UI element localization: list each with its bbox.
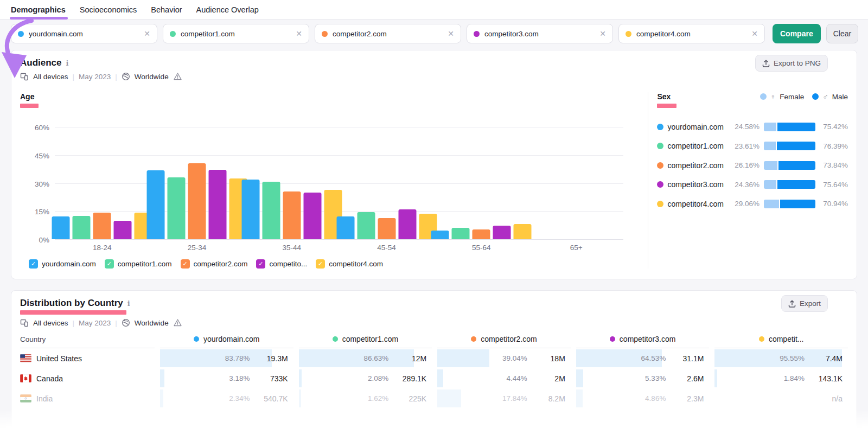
domain-chip[interactable]: competitor2.com✕ xyxy=(315,24,461,43)
bar-competitor1.com[interactable] xyxy=(262,182,280,239)
legend-item[interactable]: ✓yourdomain.com xyxy=(29,259,96,269)
domain-color-dot xyxy=(759,336,764,342)
sex-domain-name: competitor4.com xyxy=(667,200,723,208)
table-row: Canada3.18%733K2.08%289.1K4.44%2M5.33%2.… xyxy=(20,368,848,388)
bar-competitor2.com[interactable] xyxy=(378,218,395,239)
remove-domain-icon[interactable]: ✕ xyxy=(296,30,302,37)
remove-domain-icon[interactable]: ✕ xyxy=(448,30,454,37)
country-cell[interactable]: Canada xyxy=(20,368,155,388)
domain-color-dot xyxy=(194,336,199,342)
bar-competitor3.com[interactable] xyxy=(398,209,416,239)
bar-competitor2.com[interactable] xyxy=(473,229,490,239)
data-cell: 1.84%143.1K xyxy=(714,368,848,388)
legend-checkbox[interactable]: ✓ xyxy=(316,259,325,269)
data-cell: 3.18%733K xyxy=(160,368,293,388)
age-x-axis-labels: 18-2425-3435-4445-5455-6465+ xyxy=(55,240,623,254)
clear-button[interactable]: Clear xyxy=(826,24,858,43)
remove-domain-icon[interactable]: ✕ xyxy=(599,30,606,37)
tab-label: Demographics xyxy=(11,5,66,14)
legend-label: competitor4.com xyxy=(329,260,383,268)
country-name: Canada xyxy=(36,374,63,383)
info-icon[interactable]: i xyxy=(66,59,69,67)
data-cell: 64.53%31.1M xyxy=(576,348,710,368)
upload-icon xyxy=(762,60,770,67)
tab-label: Socioeconomics xyxy=(80,5,137,14)
bar-yourdomain.com[interactable] xyxy=(431,231,449,239)
age-plot-area: 0%15%30%45%60% xyxy=(55,117,623,240)
tab-label: Audience Overlap xyxy=(196,5,259,14)
country-distribution-card: Distribution by Countryi Export All devi… xyxy=(11,290,857,428)
cell-percent: 3.18% xyxy=(229,374,250,382)
cell-percentage-bar xyxy=(160,369,164,387)
cell-percent: 39.04% xyxy=(502,354,527,362)
domain-chip-label: competitor4.com xyxy=(636,30,746,38)
female-percent: 23.61% xyxy=(735,142,760,150)
bar-competitor1.com[interactable] xyxy=(452,228,470,239)
legend-checkbox[interactable]: ✓ xyxy=(181,259,190,269)
bar-competitor2.com[interactable] xyxy=(93,213,111,239)
legend-item[interactable]: ✓competitor2.com xyxy=(181,259,248,269)
filter-region[interactable]: Worldwide xyxy=(135,319,169,327)
country-cell[interactable]: India xyxy=(20,388,155,408)
export-button[interactable]: Export xyxy=(781,295,828,312)
warning-icon[interactable] xyxy=(173,318,182,327)
bar-group-18-24 xyxy=(52,213,152,239)
bar-competitor3.com[interactable] xyxy=(493,226,511,239)
compare-button[interactable]: Compare xyxy=(773,24,821,43)
legend-item[interactable]: ✓competito... xyxy=(256,259,307,269)
cell-percent: 17.84% xyxy=(502,394,527,403)
bar-competitor1.com[interactable] xyxy=(168,177,186,239)
filter-devices[interactable]: All devices xyxy=(33,319,68,327)
devices-icon xyxy=(20,72,29,81)
tab-behavior[interactable]: Behavior xyxy=(151,0,182,20)
bar-competitor1.com[interactable] xyxy=(357,212,375,239)
filter-period[interactable]: May 2023 xyxy=(79,319,111,327)
legend-checkbox[interactable]: ✓ xyxy=(256,259,265,269)
bar-competitor1.com[interactable] xyxy=(73,216,91,239)
filter-period[interactable]: May 2023 xyxy=(79,73,111,81)
bar-competitor4.com[interactable] xyxy=(514,224,532,239)
country-table-header: Countryyourdomain.comcompetitor1.comcomp… xyxy=(20,335,848,348)
domain-chip[interactable]: yourdomain.com✕ xyxy=(11,24,157,43)
data-cell: 17.84%8.2M xyxy=(437,388,571,408)
x-axis-label: 65+ xyxy=(570,244,583,252)
domain-chip[interactable]: competitor4.com✕ xyxy=(618,24,765,43)
country-name: United States xyxy=(36,354,82,363)
remove-domain-icon[interactable]: ✕ xyxy=(751,30,758,37)
legend-checkbox[interactable]: ✓ xyxy=(105,259,114,269)
domain-chip[interactable]: competitor1.com✕ xyxy=(163,24,309,43)
table-row: United States83.78%19.3M86.63%12M39.04%1… xyxy=(20,348,848,368)
female-bar-segment xyxy=(764,180,776,189)
bar-competitor2.com[interactable] xyxy=(188,163,206,239)
tab-socioeconomics[interactable]: Socioeconomics xyxy=(80,0,137,20)
bar-yourdomain.com[interactable] xyxy=(147,170,165,239)
domain-color-dot xyxy=(657,143,663,149)
filter-region[interactable]: Worldwide xyxy=(135,73,169,81)
bar-yourdomain.com[interactable] xyxy=(336,216,354,239)
legend-item[interactable]: ✓competitor1.com xyxy=(105,259,172,269)
sex-title-highlight xyxy=(657,104,676,108)
remove-domain-icon[interactable]: ✕ xyxy=(144,30,150,37)
country-cell[interactable]: United States xyxy=(20,348,155,368)
tab-audience-overlap[interactable]: Audience Overlap xyxy=(196,0,259,20)
tab-demographics[interactable]: Demographics xyxy=(11,0,66,20)
export-to-png-button[interactable]: Export to PNG xyxy=(755,55,828,72)
domain-chip[interactable]: competitor3.com✕ xyxy=(467,24,613,43)
warning-icon[interactable] xyxy=(173,72,182,81)
male-percent: 75.64% xyxy=(820,181,848,189)
legend-checkbox[interactable]: ✓ xyxy=(29,259,38,269)
info-icon[interactable]: i xyxy=(127,299,130,308)
age-title-highlight xyxy=(20,104,39,108)
male-percent: 75.42% xyxy=(820,123,848,131)
bar-yourdomain.com[interactable] xyxy=(52,216,70,239)
cell-value: 289.1K xyxy=(388,374,432,383)
cell-percent: 2.34% xyxy=(229,394,250,403)
bar-competitor3.com[interactable] xyxy=(114,221,132,239)
domain-color-dot xyxy=(626,31,631,37)
bar-competitor3.com[interactable] xyxy=(303,193,321,239)
bar-yourdomain.com[interactable] xyxy=(241,180,259,239)
bar-competitor2.com[interactable] xyxy=(283,191,301,239)
bar-competitor3.com[interactable] xyxy=(209,170,227,239)
filter-devices[interactable]: All devices xyxy=(33,73,68,81)
legend-item[interactable]: ✓competitor4.com xyxy=(316,259,383,269)
